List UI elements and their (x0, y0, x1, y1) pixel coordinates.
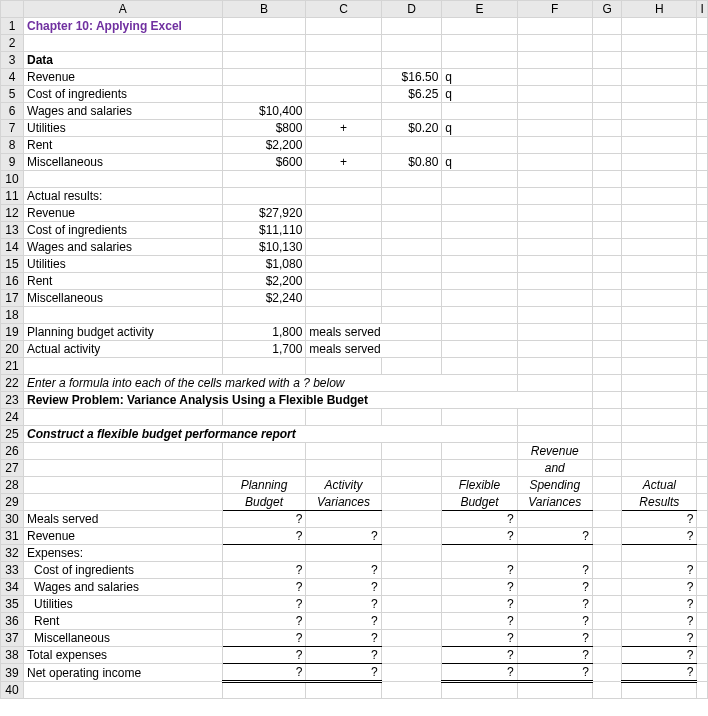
cell-A36[interactable]: Rent (24, 613, 223, 630)
cell-B7[interactable]: $800 (222, 120, 306, 137)
col-header-B[interactable]: B (222, 1, 306, 18)
row-header-11[interactable]: 11 (1, 188, 24, 205)
cell-B34[interactable]: ? (222, 579, 306, 596)
cell-B28[interactable]: Planning (222, 477, 306, 494)
cell-B12[interactable]: $27,920 (222, 205, 306, 222)
cell-A11[interactable]: Actual results: (24, 188, 223, 205)
cell-E35[interactable]: ? (442, 596, 517, 613)
row-header-12[interactable]: 12 (1, 205, 24, 222)
cell-H38[interactable]: ? (622, 647, 697, 664)
cell-A39[interactable]: Net operating income (24, 664, 223, 682)
cell-C34[interactable]: ? (306, 579, 381, 596)
cell-E37[interactable]: ? (442, 630, 517, 647)
cell-H28[interactable]: Actual (622, 477, 697, 494)
cell-C20[interactable]: meals served (306, 341, 442, 358)
row-header-40[interactable]: 40 (1, 682, 24, 699)
row-header-7[interactable]: 7 (1, 120, 24, 137)
cell-C30[interactable] (306, 511, 381, 528)
row-header-15[interactable]: 15 (1, 256, 24, 273)
cell-B8[interactable]: $2,200 (222, 137, 306, 154)
cell-F28[interactable]: Spending (517, 477, 592, 494)
cell-A7[interactable]: Utilities (24, 120, 223, 137)
column-header-row[interactable]: A B C D E F G H I (1, 1, 708, 18)
row-header-31[interactable]: 31 (1, 528, 24, 545)
row-header-34[interactable]: 34 (1, 579, 24, 596)
row-header-35[interactable]: 35 (1, 596, 24, 613)
cell-D1[interactable] (381, 18, 442, 35)
cell-E34[interactable]: ? (442, 579, 517, 596)
cell-D5[interactable]: $6.25 (381, 86, 442, 103)
cell-B38[interactable]: ? (222, 647, 306, 664)
cell-E9[interactable]: q (442, 154, 517, 171)
cell-E7[interactable]: q (442, 120, 517, 137)
row-header-32[interactable]: 32 (1, 545, 24, 562)
cell-C9[interactable]: + (306, 154, 381, 171)
cell-B17[interactable]: $2,240 (222, 290, 306, 307)
cell-A15[interactable]: Utilities (24, 256, 223, 273)
cell-A4[interactable]: Revenue (24, 69, 223, 86)
cell-C1[interactable] (306, 18, 381, 35)
cell-B36[interactable]: ? (222, 613, 306, 630)
col-header-F[interactable]: F (517, 1, 592, 18)
cell-H30[interactable]: ? (622, 511, 697, 528)
cell-A9[interactable]: Miscellaneous (24, 154, 223, 171)
cell-C7[interactable]: + (306, 120, 381, 137)
cell-D7[interactable]: $0.20 (381, 120, 442, 137)
cell-B29[interactable]: Budget (222, 494, 306, 511)
col-header-H[interactable]: H (622, 1, 697, 18)
cell-A16[interactable]: Rent (24, 273, 223, 290)
cell-A20[interactable]: Actual activity (24, 341, 223, 358)
row-header-13[interactable]: 13 (1, 222, 24, 239)
row-header-25[interactable]: 25 (1, 426, 24, 443)
cell-B33[interactable]: ? (222, 562, 306, 579)
row-header-24[interactable]: 24 (1, 409, 24, 426)
cell-F29[interactable]: Variances (517, 494, 592, 511)
cell-G1[interactable] (592, 18, 621, 35)
cell-C4[interactable] (306, 69, 381, 86)
row-header-27[interactable]: 27 (1, 460, 24, 477)
cell-A25[interactable]: Construct a flexible budget performance … (24, 426, 518, 443)
row-header-8[interactable]: 8 (1, 137, 24, 154)
cell-B30[interactable]: ? (222, 511, 306, 528)
col-header-G[interactable]: G (592, 1, 621, 18)
cell-F35[interactable]: ? (517, 596, 592, 613)
cell-C29[interactable]: Variances (306, 494, 381, 511)
cell-B20[interactable]: 1,700 (222, 341, 306, 358)
cell-H31[interactable]: ? (622, 528, 697, 545)
cell-F30[interactable] (517, 511, 592, 528)
cell-F38[interactable]: ? (517, 647, 592, 664)
cell-C35[interactable]: ? (306, 596, 381, 613)
cell-F27[interactable]: and (517, 460, 592, 477)
cell-B16[interactable]: $2,200 (222, 273, 306, 290)
cell-E5[interactable]: q (442, 86, 517, 103)
cell-E33[interactable]: ? (442, 562, 517, 579)
cell-A19[interactable]: Planning budget activity (24, 324, 223, 341)
cell-B19[interactable]: 1,800 (222, 324, 306, 341)
cell-A34[interactable]: Wages and salaries (24, 579, 223, 596)
row-header-37[interactable]: 37 (1, 630, 24, 647)
row-header-28[interactable]: 28 (1, 477, 24, 494)
cell-A6[interactable]: Wages and salaries (24, 103, 223, 120)
cell-A8[interactable]: Rent (24, 137, 223, 154)
row-header-22[interactable]: 22 (1, 375, 24, 392)
cell-A30[interactable]: Meals served (24, 511, 223, 528)
cell-H1[interactable] (622, 18, 697, 35)
cell-A17[interactable]: Miscellaneous (24, 290, 223, 307)
row-header-23[interactable]: 23 (1, 392, 24, 409)
row-header-19[interactable]: 19 (1, 324, 24, 341)
cell-E36[interactable]: ? (442, 613, 517, 630)
row-header-10[interactable]: 10 (1, 171, 24, 188)
cell-F36[interactable]: ? (517, 613, 592, 630)
cell-H34[interactable]: ? (622, 579, 697, 596)
cell-H39[interactable]: ? (622, 664, 697, 682)
cell-H35[interactable]: ? (622, 596, 697, 613)
cell-B14[interactable]: $10,130 (222, 239, 306, 256)
spreadsheet[interactable]: A B C D E F G H I 1 Chapter 10: Applying… (0, 0, 708, 699)
cell-C36[interactable]: ? (306, 613, 381, 630)
cell-F26[interactable]: Revenue (517, 443, 592, 460)
cell-H29[interactable]: Results (622, 494, 697, 511)
cell-C38[interactable]: ? (306, 647, 381, 664)
cell-A12[interactable]: Revenue (24, 205, 223, 222)
row-header-2[interactable]: 2 (1, 35, 24, 52)
cell-A14[interactable]: Wages and salaries (24, 239, 223, 256)
